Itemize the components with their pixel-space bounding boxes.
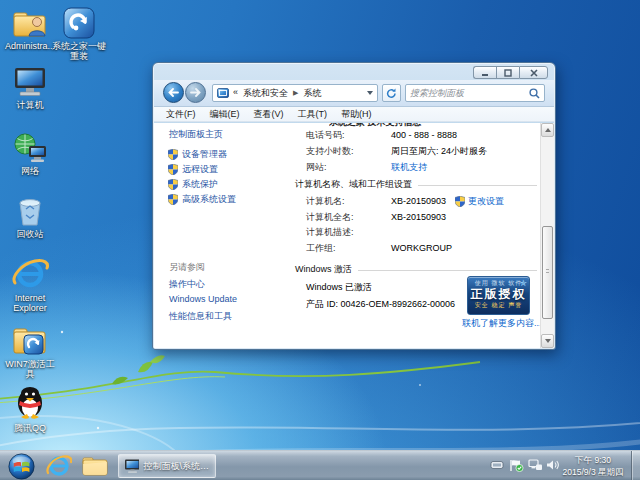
navigation-bar: « 系统和安全 ▶ 系统 [154,80,554,107]
desktop-icon-win7-activation-tool[interactable]: WIN7激活工 具 [3,323,57,379]
uac-shield-icon [168,194,178,205]
product-id: 产品 ID: 00426-OEM-8992662-00006 [306,299,455,309]
internet-explorer-icon [3,257,57,291]
search-box[interactable] [405,84,545,102]
menu-view[interactable]: 查看(V) [247,107,291,121]
search-input[interactable] [410,88,529,98]
uac-shield-icon [168,179,178,190]
window-titlebar[interactable] [153,63,555,80]
change-settings-link[interactable]: 更改设置 [455,195,504,207]
network-icon [3,130,57,164]
show-desktop-button[interactable] [631,451,640,480]
phone-label: 电话号码: [306,130,345,140]
forward-button[interactable] [185,82,206,103]
uac-shield-icon [455,196,465,207]
taskbar-task-control-panel-system[interactable]: 控制面板\系统和... [118,454,216,478]
desktop-icon-internet-explorer[interactable]: Internet Explorer [3,257,57,313]
menu-tools[interactable]: 工具(T) [291,107,335,121]
minimize-icon [481,69,489,77]
clock-time: 下午 9:30 [558,454,628,466]
support-hours-label: 支持小时数: [306,146,354,156]
sidebar-remote-settings[interactable]: 远程设置 [184,163,218,176]
sidebar-device-manager[interactable]: 设备管理器 [184,148,227,161]
window-client-area: 控制面板主页 设备管理器 远程设置 系统保护 高级系统设置 另请参阅 操作中心 … [154,123,554,348]
close-button[interactable] [519,66,548,79]
scroll-up-button[interactable] [541,123,554,137]
system-page-icon [217,88,229,99]
back-arrow-icon [168,88,179,97]
website-label: 网站: [306,162,327,172]
maximize-icon [504,69,512,77]
breadcrumb-security[interactable]: 系统和安全 [243,87,288,100]
desktop-icon-computer[interactable]: 计算机 [3,64,57,110]
computer-description-label: 计算机描述: [306,227,354,237]
sidebar-control-panel-home[interactable]: 控制面板主页 [169,128,223,141]
scrollbar-grip [546,269,549,275]
taskbar-clock[interactable]: 下午 9:30 2015/9/3 星期四 [558,454,628,478]
full-computer-name-label: 计算机全名: [306,212,354,222]
internet-explorer-icon [46,454,72,478]
tray-action-center-flag-icon[interactable] [509,459,524,474]
menu-file[interactable]: 文件(F) [159,107,203,121]
clock-date: 2015/9/3 星期四 [558,466,628,478]
icon-label: Internet Explorer [3,293,57,313]
breadcrumb: « 系统和安全 ▶ 系统 [233,87,363,100]
address-bar[interactable]: « 系统和安全 ▶ 系统 [212,84,378,102]
icon-label: 系统之家一键 重装 [49,41,109,61]
search-icon[interactable] [529,88,540,99]
sidebar-see-also-header: 另请参阅 [169,261,205,274]
vertical-scrollbar[interactable] [540,123,554,348]
icon-label: WIN7激活工 具 [3,359,57,379]
tray-network-icon[interactable] [528,459,543,473]
sidebar-system-protection[interactable]: 系统保护 [184,178,218,191]
uac-shield-icon [168,164,178,175]
computer-name-value: XB-20150903 [391,196,446,206]
maximize-button[interactable] [496,66,519,79]
system-window-icon [124,459,139,474]
minimize-button[interactable] [473,66,496,79]
breadcrumb-separator-icon: ▶ [293,87,298,100]
breadcrumb-system[interactable]: 系统 [303,87,321,100]
scrollbar-thumb[interactable] [542,226,553,319]
desktop-icon-xitongzhijia-reinstall[interactable]: 系统之家一键 重装 [49,5,109,61]
sidebar-advanced-system-settings[interactable]: 高级系统设置 [184,193,236,206]
scroll-down-button[interactable] [541,334,554,348]
sidebar-performance-tools[interactable]: 性能信息和工具 [169,310,232,323]
badge-main-text: 正版授权 [468,287,529,301]
address-dropdown-icon[interactable] [367,91,373,95]
sidebar-windows-update[interactable]: Windows Update [169,294,237,304]
learn-more-online-link[interactable]: 联机了解更多内容... [462,318,542,328]
badge-bottom-text: 安全 稳定 声誉 [468,301,529,309]
breadcrumb-prefix[interactable]: « [233,87,238,100]
windows-start-orb-icon [8,453,35,480]
menu-edit[interactable]: 编辑(E) [203,107,247,121]
taskbar-explorer[interactable] [80,453,110,479]
taskbar-internet-explorer[interactable] [44,453,74,479]
computer-icon [3,64,57,98]
desktop-icon-network[interactable]: 网络 [3,130,57,176]
sidebar-task-label: 远程设置 [182,163,218,176]
back-button[interactable] [163,82,184,103]
computer-name-label: 计算机名: [306,196,345,206]
folder-icon [82,455,108,477]
desktop-icon-recycle-bin[interactable]: 回收站 [3,193,57,239]
support-hours-value: 周日至周六: 24小时服务 [391,146,487,156]
sidebar-task-label: 系统保护 [182,178,218,191]
phone-value: 400 - 888 - 8888 [391,130,457,140]
online-support-link[interactable]: 联机支持 [391,162,427,172]
menu-help[interactable]: 帮助(H) [334,107,379,121]
system-control-panel-window: « 系统和安全 ▶ 系统 文件(F) 编辑(E) 查看(V) 工具(T) [152,62,556,350]
sidebar-task-label: 高级系统设置 [182,193,236,206]
sidebar-action-center[interactable]: 操作中心 [169,278,205,291]
desktop-icon-tencent-qq[interactable]: 腾讯QQ [3,387,57,433]
genuine-software-badge: ✯ 使用 微软 软件 正版授权 安全 稳定 声誉 [467,276,530,315]
activation-status: Windows 已激活 [306,282,372,292]
refresh-button[interactable] [382,84,401,102]
icon-label: 计算机 [3,100,57,110]
windows-activation-section: Windows 激活 [295,263,537,276]
scroll-down-icon [545,339,551,343]
activation-tool-folder-icon [3,323,57,357]
task-button-label: 控制面板\系统和... [143,460,210,473]
start-button[interactable] [7,453,35,479]
tray-input-indicator-icon[interactable] [490,459,504,473]
